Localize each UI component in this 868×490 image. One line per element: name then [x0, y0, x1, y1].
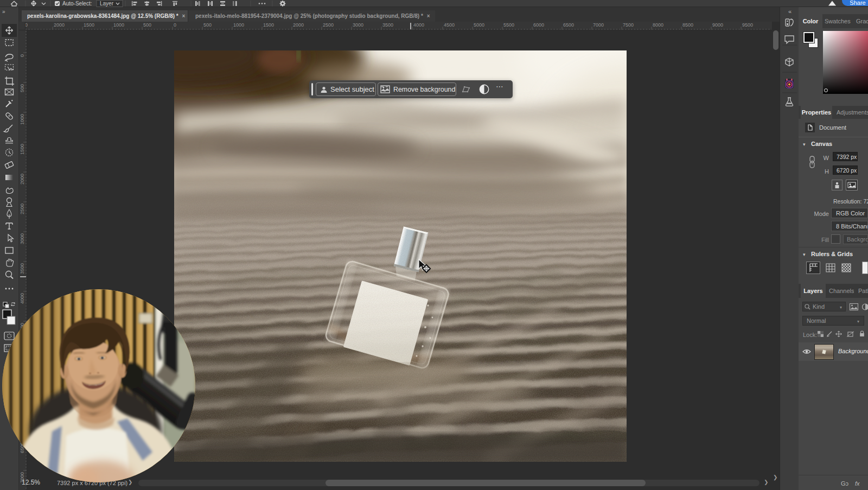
- svg-text:«: «: [788, 8, 792, 15]
- svg-text:1000: 1000: [20, 114, 25, 125]
- svg-text:9500: 9500: [742, 22, 753, 28]
- svg-text:4500: 4500: [444, 22, 455, 28]
- svg-text:5000: 5000: [474, 22, 484, 28]
- svg-text:2000: 2000: [20, 174, 25, 184]
- svg-text:2000: 2000: [293, 22, 304, 28]
- svg-text:8500: 8500: [682, 22, 693, 28]
- svg-text:3500: 3500: [382, 22, 393, 28]
- svg-text:3000: 3000: [353, 22, 363, 28]
- svg-text:500: 500: [20, 84, 25, 92]
- svg-text:2500: 2500: [323, 22, 334, 28]
- svg-text:3000: 3000: [20, 233, 25, 244]
- svg-text:500: 500: [143, 22, 151, 28]
- svg-text:7500: 7500: [623, 22, 634, 28]
- svg-text:6500: 6500: [563, 22, 574, 28]
- svg-text:500: 500: [203, 22, 212, 28]
- svg-text:2000: 2000: [54, 22, 65, 28]
- svg-text:9000: 9000: [712, 22, 723, 28]
- svg-text:8000: 8000: [653, 22, 663, 28]
- svg-text:2500: 2500: [20, 203, 25, 214]
- svg-text:3500: 3500: [20, 263, 25, 274]
- svg-text:0: 0: [174, 22, 176, 28]
- svg-text:4000: 4000: [413, 22, 424, 28]
- svg-text:1000: 1000: [233, 22, 244, 28]
- svg-text:1500: 1500: [84, 22, 94, 28]
- svg-text:4000: 4000: [20, 293, 25, 304]
- svg-text:1000: 1000: [113, 22, 124, 28]
- svg-text:1500: 1500: [20, 144, 25, 155]
- svg-text:1500: 1500: [263, 22, 274, 28]
- svg-text:Layer: Layer: [100, 1, 114, 7]
- svg-text:Auto-Select:: Auto-Select:: [62, 1, 92, 7]
- svg-text:7000: 7000: [593, 22, 604, 28]
- svg-text:5500: 5500: [503, 22, 514, 28]
- svg-text:0: 0: [20, 54, 25, 57]
- svg-text:6000: 6000: [533, 22, 544, 28]
